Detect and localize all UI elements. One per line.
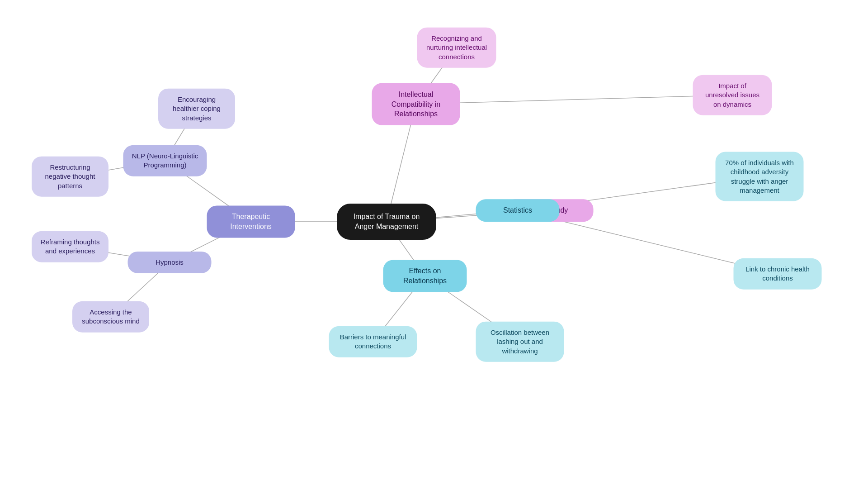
node-chronic[interactable]: Link to chronic health conditions — [734, 258, 822, 290]
svg-line-9 — [416, 95, 732, 104]
mindmap-canvas: Impact of Trauma on Anger ManagementTher… — [0, 0, 868, 490]
node-effects_rel[interactable]: Effects on Relationships — [383, 260, 467, 292]
node-childhood[interactable]: 70% of individuals with childhood advers… — [716, 152, 804, 201]
node-statistics[interactable]: Statistics — [476, 199, 560, 222]
connections-svg — [0, 0, 868, 490]
center-node[interactable]: Impact of Trauma on Anger Management — [337, 204, 436, 240]
node-hypnosis[interactable]: Hypnosis — [128, 252, 212, 273]
node-restructuring[interactable]: Restructuring negative thought patterns — [32, 157, 108, 197]
node-therapeutic[interactable]: Therapeutic Interventions — [207, 205, 295, 238]
node-reframing[interactable]: Reframing thoughts and experiences — [32, 231, 108, 262]
node-impact_unresolved[interactable]: Impact of unresolved issues on dynamics — [693, 75, 772, 115]
node-oscillation[interactable]: Oscillation between lashing out and with… — [476, 322, 564, 362]
node-encouraging[interactable]: Encouraging healthier coping strategies — [158, 89, 235, 129]
node-nlp[interactable]: NLP (Neuro-Linguistic Programming) — [123, 145, 207, 176]
node-intellectual_compat[interactable]: Intellectual Compatibility in Relationsh… — [372, 83, 460, 125]
node-barriers[interactable]: Barriers to meaningful connections — [329, 326, 417, 357]
node-accessing[interactable]: Accessing the subconscious mind — [72, 301, 149, 333]
node-recognizing[interactable]: Recognizing and nurturing intellectual c… — [417, 28, 496, 68]
